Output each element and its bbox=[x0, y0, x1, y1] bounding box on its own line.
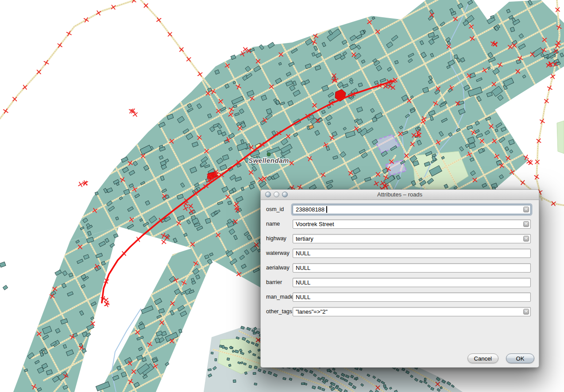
field-label-barrier: barrier bbox=[266, 278, 293, 285]
field-label-other_tags: other_tags bbox=[266, 307, 293, 315]
field-row-man_made: man_made bbox=[266, 292, 531, 302]
field-input-name[interactable] bbox=[293, 219, 531, 229]
field-wrap-aerialway bbox=[293, 263, 531, 273]
field-label-highway: highway bbox=[266, 234, 293, 242]
field-row-osm_id: osm_id✕ bbox=[266, 205, 531, 214]
clear-icon-other_tags[interactable]: ✕ bbox=[523, 309, 529, 315]
field-row-highway: highway✕ bbox=[266, 234, 531, 243]
field-wrap-osm_id: ✕ bbox=[293, 205, 531, 214]
field-input-other_tags[interactable] bbox=[293, 307, 531, 316]
clear-icon-name[interactable]: ✕ bbox=[523, 221, 529, 227]
field-label-man_made: man_made bbox=[266, 292, 293, 300]
field-wrap-name: ✕ bbox=[293, 219, 531, 229]
field-wrap-other_tags: ✕ bbox=[293, 307, 531, 316]
cancel-button[interactable]: Cancel bbox=[467, 354, 498, 363]
clear-icon-highway[interactable]: ✕ bbox=[523, 236, 529, 242]
dialog-titlebar[interactable]: Attributes – roads bbox=[261, 190, 539, 200]
ok-button[interactable]: OK bbox=[506, 354, 534, 363]
town-label: Swellendam bbox=[248, 157, 289, 164]
field-row-waterway: waterway bbox=[266, 249, 531, 258]
dialog-title: Attributes – roads bbox=[261, 190, 539, 200]
field-wrap-barrier bbox=[293, 278, 531, 287]
field-label-name: name bbox=[266, 219, 293, 227]
text-caret bbox=[326, 206, 327, 213]
field-input-aerialway[interactable] bbox=[293, 263, 531, 273]
field-row-other_tags: other_tags✕ bbox=[266, 307, 531, 316]
field-row-barrier: barrier bbox=[266, 278, 531, 287]
field-wrap-waterway bbox=[293, 249, 531, 258]
town-marker-dot bbox=[267, 153, 270, 156]
field-input-barrier[interactable] bbox=[293, 278, 531, 287]
field-input-highway[interactable] bbox=[293, 234, 531, 243]
clear-icon-osm_id[interactable]: ✕ bbox=[523, 207, 529, 212]
field-row-aerialway: aerialway bbox=[266, 263, 531, 273]
field-wrap-man_made bbox=[293, 292, 531, 302]
attributes-dialog: Attributes – roads osm_id✕name✕highway✕w… bbox=[260, 189, 539, 368]
field-row-name: name✕ bbox=[266, 219, 531, 229]
field-input-osm_id[interactable] bbox=[293, 205, 531, 214]
field-label-osm_id: osm_id bbox=[266, 205, 293, 212]
field-label-waterway: waterway bbox=[266, 249, 293, 256]
attribute-fields: osm_id✕name✕highway✕waterwayaerialwaybar… bbox=[266, 205, 531, 322]
field-label-aerialway: aerialway bbox=[266, 263, 293, 271]
field-wrap-highway: ✕ bbox=[293, 234, 531, 243]
field-input-waterway[interactable] bbox=[293, 249, 531, 258]
field-input-man_made[interactable] bbox=[293, 292, 531, 302]
